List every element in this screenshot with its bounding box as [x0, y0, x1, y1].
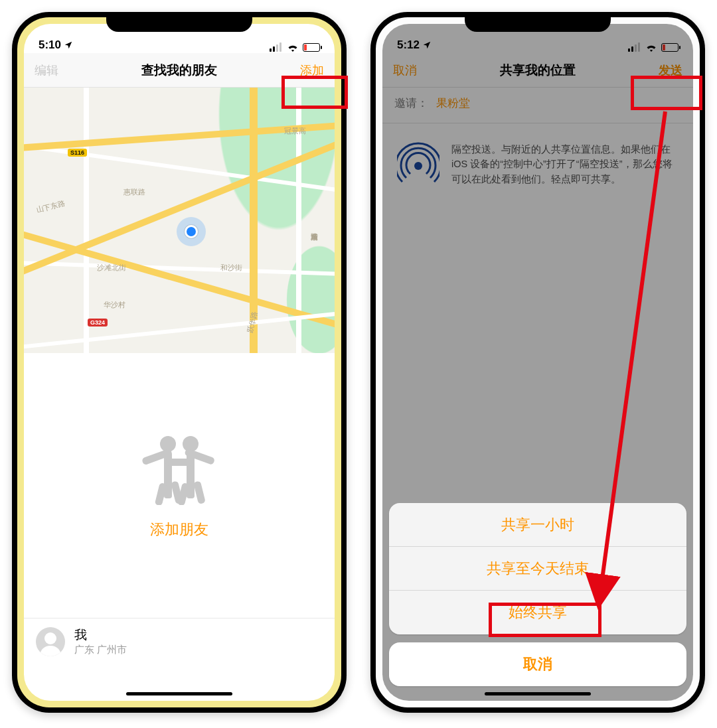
signal-icon	[270, 42, 283, 52]
me-row[interactable]: 我 广东 广州市	[24, 619, 335, 683]
my-location-dot	[177, 217, 206, 246]
map-label: 华沙村	[104, 300, 125, 310]
right-screen: 5:12 取消 共享我的位置 发送	[382, 24, 693, 701]
me-location: 广东 广州市	[74, 644, 127, 656]
status-time: 5:10	[39, 38, 61, 52]
share-until-eod-option[interactable]: 共享至今天结束	[389, 547, 686, 591]
avatar	[36, 627, 65, 656]
home-indicator[interactable]	[126, 692, 232, 695]
empty-friends-area: 添加朋友	[24, 353, 335, 619]
map-view[interactable]: S116 G324 冠景高 惠联路 山下东路 沙滩北街 和沙街 华沙村 跃华路 …	[24, 88, 335, 353]
me-name: 我	[74, 626, 127, 644]
road-shield: S116	[68, 149, 87, 157]
left-phone: 5:10 编辑 查找我的朋友 添加	[12, 12, 347, 713]
friends-icon	[136, 432, 222, 508]
svg-rect-6	[165, 459, 193, 466]
location-icon	[64, 40, 73, 50]
map-label: 沙滩北街	[97, 263, 126, 273]
sheet-cancel-button[interactable]: 取消	[389, 642, 686, 686]
action-sheet: 共享一小时 共享至今天结束 始终共享 取消	[389, 503, 686, 686]
svg-rect-10	[193, 480, 206, 504]
map-label: 和沙街	[220, 263, 242, 273]
home-indicator[interactable]	[485, 692, 591, 695]
road-shield: G324	[88, 319, 108, 327]
wifi-icon	[287, 43, 299, 52]
annotation-highlight-send	[631, 76, 702, 110]
add-friend-link[interactable]: 添加朋友	[150, 520, 208, 540]
map-label: 惠联路	[123, 187, 145, 197]
battery-icon	[303, 43, 320, 52]
share-one-hour-option[interactable]: 共享一小时	[389, 503, 686, 547]
left-screen: 5:10 编辑 查找我的朋友 添加	[24, 24, 335, 701]
svg-point-11	[44, 632, 56, 644]
nav-title: 查找我的朋友	[141, 62, 217, 79]
nav-edit-button[interactable]: 编辑	[35, 62, 58, 78]
annotation-highlight-share-always	[489, 603, 601, 637]
annotation-highlight-add	[281, 76, 348, 109]
map-label: 冠景高	[284, 126, 306, 136]
